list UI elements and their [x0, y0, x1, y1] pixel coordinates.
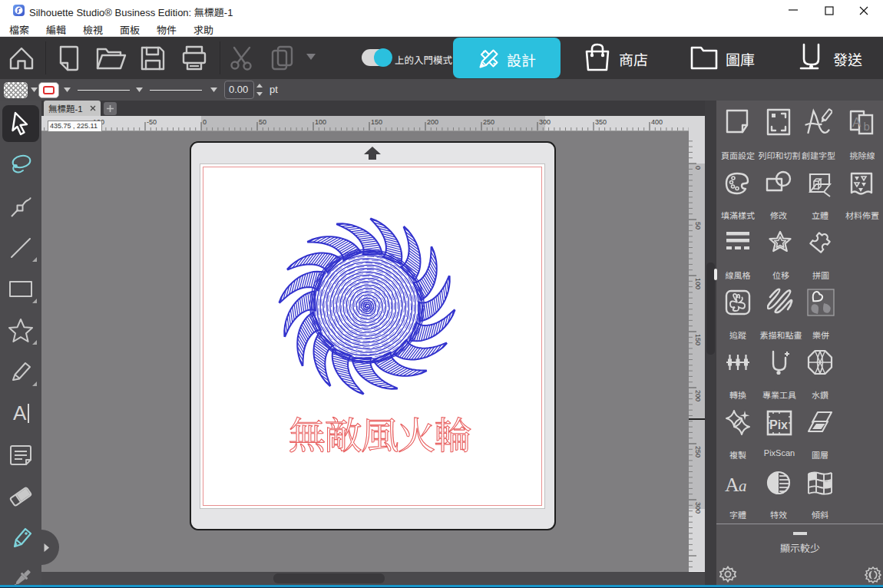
svg-text:Pix: Pix: [769, 418, 788, 431]
svg-text:350: 350: [595, 118, 607, 126]
svg-text:0: 0: [694, 166, 702, 170]
svg-text:300: 300: [539, 118, 551, 126]
svg-text:150: 150: [371, 118, 382, 126]
svg-text:50: 50: [259, 118, 266, 126]
svg-text:A: A: [13, 401, 27, 424]
svg-text:a: a: [739, 477, 747, 494]
svg-text:250: 250: [483, 118, 494, 126]
svg-text:100: 100: [315, 118, 326, 126]
svg-text:A: A: [852, 115, 862, 130]
svg-text:b: b: [864, 120, 870, 133]
svg-text:200: 200: [427, 118, 438, 126]
svg-text:-50: -50: [147, 118, 157, 126]
svg-text:A: A: [725, 474, 739, 494]
svg-text:0: 0: [203, 118, 207, 126]
svg-text:400: 400: [651, 118, 663, 126]
svg-text:50: 50: [694, 222, 702, 230]
